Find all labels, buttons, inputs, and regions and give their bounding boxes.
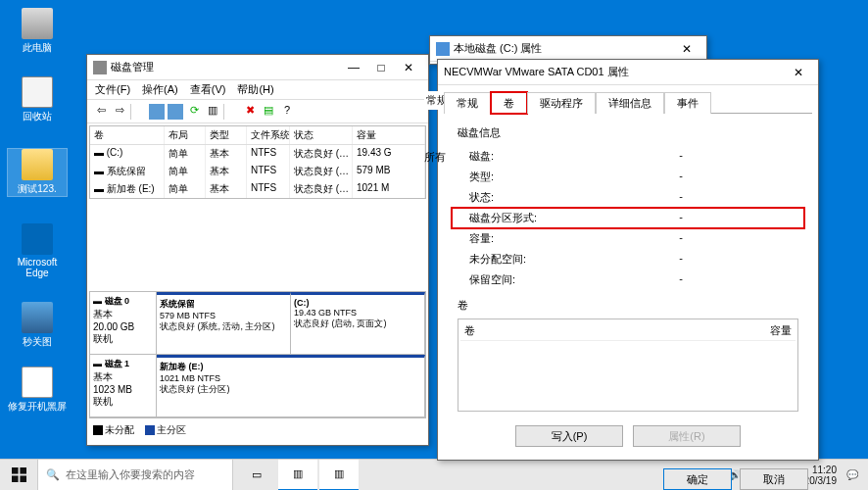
- legend: 未分配 主分区: [87, 420, 428, 440]
- volume-box[interactable]: 卷 容量: [458, 318, 798, 412]
- refresh-icon[interactable]: ⟳: [186, 104, 202, 120]
- column-header[interactable]: 容量: [353, 126, 425, 144]
- disk-management-window: 磁盘管理 — □ ✕ 文件(F)操作(A)查看(V)帮助(H) ⇦ ⇨ ⟳ ▥ …: [86, 54, 429, 446]
- tree-icon[interactable]: [149, 104, 165, 120]
- search-input[interactable]: 🔍 在这里输入你要搜索的内容: [37, 460, 233, 491]
- close-button[interactable]: ✕: [785, 66, 812, 79]
- desktop-icon-修复开机黑屏[interactable]: 修复开机黑屏: [8, 367, 67, 414]
- desktop-icon-Microsoft Edge[interactable]: Microsoft Edge: [8, 223, 67, 278]
- window-title: 磁盘管理: [111, 60, 154, 74]
- info-row: 状态:-: [452, 187, 804, 208]
- svg-rect-1: [20, 467, 26, 474]
- svg-rect-3: [20, 475, 26, 482]
- close-button[interactable]: ✕: [395, 61, 422, 74]
- tab-详细信息[interactable]: 详细信息: [596, 92, 664, 114]
- partition[interactable]: (C:)19.43 GB NTFS状态良好 (启动, 页面文): [291, 292, 425, 354]
- menu-item[interactable]: 操作(A): [142, 82, 178, 97]
- column-header[interactable]: 文件系统: [247, 126, 290, 144]
- partition[interactable]: 新加卷 (E:)1021 MB NTFS状态良好 (主分区): [157, 355, 425, 416]
- app-icon: [22, 302, 53, 333]
- menu-item[interactable]: 文件(F): [95, 82, 130, 97]
- disk-icon: [93, 61, 107, 74]
- volume-row[interactable]: ▬ 新加卷 (E:)简单基本NTFS状态良好 (…1021 M: [90, 180, 425, 198]
- task-view-button[interactable]: ▭: [237, 460, 276, 491]
- behind-label: 所有: [424, 150, 446, 165]
- column-header[interactable]: 类型: [206, 126, 247, 144]
- drive-icon: [436, 42, 450, 56]
- info-row: 磁盘分区形式:-: [452, 208, 804, 228]
- column-header[interactable]: 状态: [290, 126, 353, 144]
- tab-strip: 常规卷驱动程序详细信息事件: [438, 85, 818, 113]
- svg-rect-2: [12, 475, 19, 482]
- minimize-button[interactable]: —: [340, 61, 367, 74]
- volume-row[interactable]: ▬ 系统保留简单基本NTFS状态良好 (…579 MB: [90, 163, 425, 180]
- disk-row[interactable]: ▬ 磁盘 1基本1023 MB联机新加卷 (E:)1021 MB NTFS状态良…: [90, 355, 425, 417]
- menu-item[interactable]: 查看(V): [190, 82, 226, 97]
- volume-list[interactable]: 卷布局类型文件系统状态容量 ▬ (C:)简单基本NTFS状态良好 (…19.43…: [89, 125, 426, 199]
- partition[interactable]: 系统保留579 MB NTFS状态良好 (系统, 活动, 主分区): [157, 292, 291, 354]
- prop-icon[interactable]: ▤: [261, 104, 276, 120]
- app-icon: [22, 76, 53, 108]
- cancel-button[interactable]: 取消: [740, 468, 808, 490]
- search-icon: 🔍: [46, 468, 60, 481]
- taskbar-app-1[interactable]: ▥: [278, 460, 317, 491]
- col-volume: 卷: [464, 323, 770, 338]
- cd-properties-dialog: NECVMWar VMware SATA CD01 属性 ✕ 常规 所有 常规卷…: [437, 59, 819, 461]
- disk-row[interactable]: ▬ 磁盘 0基本20.00 GB联机系统保留579 MB NTFS状态良好 (系…: [90, 292, 425, 355]
- info-row: 容量:-: [452, 228, 804, 249]
- list-icon[interactable]: [168, 104, 183, 120]
- info-row: 保留空间:-: [452, 270, 804, 290]
- app-icon: [22, 223, 53, 255]
- titlebar[interactable]: 磁盘管理 — □ ✕: [87, 55, 428, 80]
- write-button[interactable]: 写入(P): [515, 425, 623, 447]
- info-row: 未分配空间:-: [452, 249, 804, 270]
- tab-驱动程序[interactable]: 驱动程序: [527, 92, 596, 114]
- ok-button[interactable]: 确定: [663, 468, 732, 490]
- properties-button: 属性(R): [633, 425, 741, 447]
- app-icon: [22, 149, 53, 180]
- column-header[interactable]: 布局: [165, 126, 206, 144]
- desktop-icon-测试123.[interactable]: 测试123.: [8, 149, 67, 196]
- volume-row[interactable]: ▬ (C:)简单基本NTFS状态良好 (…19.43 G: [90, 145, 425, 163]
- disk-label: ▬ 磁盘 1基本1023 MB联机: [90, 355, 157, 416]
- window-title: NECVMWar VMware SATA CD01 属性: [444, 65, 629, 79]
- info-row: 磁盘:-: [452, 146, 804, 167]
- maximize-button[interactable]: □: [367, 61, 395, 74]
- menu-item[interactable]: 帮助(H): [237, 82, 273, 97]
- delete-icon[interactable]: ✖: [242, 104, 258, 120]
- column-header[interactable]: 卷: [90, 126, 165, 144]
- tab-事件[interactable]: 事件: [664, 92, 711, 114]
- col-capacity: 容量: [770, 323, 792, 338]
- window-title: 本地磁盘 (C:) 属性: [454, 41, 542, 56]
- menubar: 文件(F)操作(A)查看(V)帮助(H): [87, 80, 428, 100]
- toolbar: ⇦ ⇨ ⟳ ▥ ✖ ▤ ?: [87, 100, 428, 123]
- disk-panel[interactable]: ▬ 磁盘 0基本20.00 GB联机系统保留579 MB NTFS状态良好 (系…: [89, 291, 426, 418]
- app-icon: [22, 367, 53, 398]
- back-button[interactable]: ⇦: [93, 104, 109, 120]
- group-disk-info: 磁盘信息: [458, 125, 804, 140]
- group-volumes: 卷: [458, 298, 804, 313]
- disk-label: ▬ 磁盘 0基本20.00 GB联机: [90, 292, 157, 354]
- close-button[interactable]: ✕: [673, 42, 700, 56]
- info-row: 类型:-: [452, 167, 804, 187]
- notification-icon[interactable]: 💬: [846, 469, 858, 480]
- desktop-icon-此电脑[interactable]: 此电脑: [8, 8, 67, 55]
- help-icon[interactable]: ?: [279, 104, 295, 120]
- tab-卷[interactable]: 卷: [491, 92, 527, 114]
- svg-rect-0: [12, 467, 19, 474]
- start-button[interactable]: [0, 460, 37, 491]
- desktop-icon-回收站[interactable]: 回收站: [8, 76, 67, 123]
- taskbar-app-2[interactable]: ▥: [319, 460, 359, 491]
- desktop-icon-秒关图[interactable]: 秒关图: [8, 302, 67, 349]
- app-icon: [22, 8, 53, 39]
- wiz-icon[interactable]: ▥: [205, 104, 220, 120]
- titlebar[interactable]: NECVMWar VMware SATA CD01 属性 ✕: [438, 60, 818, 85]
- forward-button[interactable]: ⇨: [112, 104, 127, 120]
- tab-常规[interactable]: 常规: [444, 92, 491, 114]
